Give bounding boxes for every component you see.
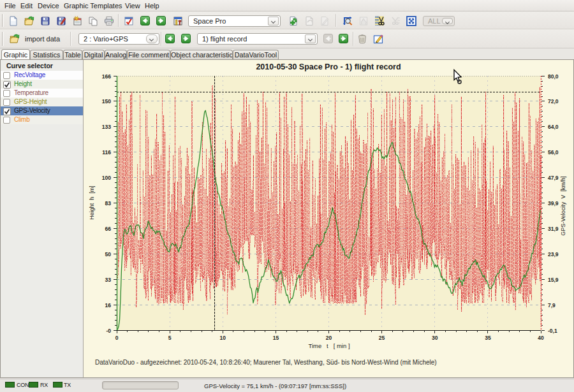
svg-text:16: 16 (105, 302, 112, 309)
svg-text:-0,1: -0,1 (548, 328, 557, 334)
svg-text:Time t [ min ]: Time t [ min ] (308, 342, 350, 349)
svg-text:47,9: 47,9 (548, 175, 559, 181)
svg-text:72,0: 72,0 (548, 98, 559, 105)
svg-text:7,9: 7,9 (548, 302, 556, 309)
svg-text:150: 150 (102, 98, 111, 105)
svg-text:GPS-Velocity V [km/h]: GPS-Velocity V [km/h] (560, 176, 566, 236)
svg-text:25: 25 (379, 335, 385, 341)
svg-text:133: 133 (102, 124, 111, 130)
svg-text:166: 166 (102, 73, 111, 80)
svg-text:Height h [m]: Height h [m] (89, 185, 95, 220)
svg-text:DataVarioDuo - aufgezeichnet:: DataVarioDuo - aufgezeichnet: 2010-05-24… (95, 359, 437, 366)
svg-text:15,9: 15,9 (548, 277, 559, 283)
svg-text:0: 0 (115, 335, 119, 341)
svg-text:5: 5 (168, 335, 172, 341)
svg-text:66: 66 (105, 226, 112, 232)
svg-text:23,9: 23,9 (548, 251, 559, 258)
svg-text:39,9: 39,9 (548, 200, 559, 207)
svg-text:80,0: 80,0 (548, 73, 559, 80)
svg-text:116: 116 (102, 149, 111, 156)
svg-text:40: 40 (538, 335, 544, 341)
svg-text:64,0: 64,0 (548, 124, 559, 130)
svg-text:15: 15 (273, 335, 279, 341)
svg-text:56,0: 56,0 (548, 149, 559, 156)
svg-text:-0: -0 (106, 328, 111, 334)
svg-text:35: 35 (485, 335, 491, 341)
svg-text:83: 83 (105, 200, 112, 207)
svg-text:30: 30 (432, 335, 438, 341)
svg-text:2010-05-30 Space Pro - 1) flig: 2010-05-30 Space Pro - 1) flight record (256, 62, 401, 71)
svg-text:31,9: 31,9 (548, 226, 559, 232)
svg-text:100: 100 (102, 175, 111, 181)
svg-text:50: 50 (105, 251, 112, 258)
svg-text:20: 20 (326, 335, 332, 341)
svg-text:33: 33 (105, 277, 112, 283)
svg-text:10: 10 (219, 335, 226, 341)
